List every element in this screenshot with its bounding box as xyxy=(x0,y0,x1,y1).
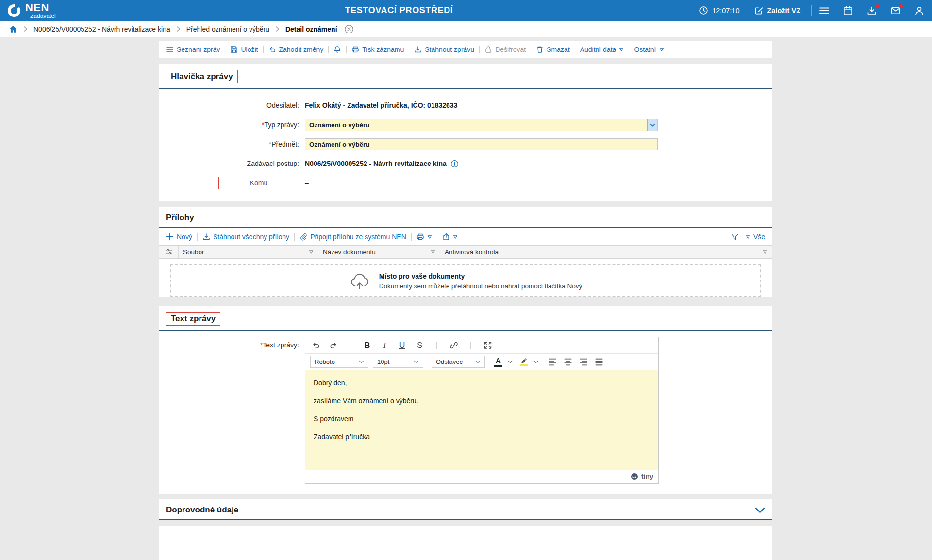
messages-badge xyxy=(899,4,903,8)
strikethrough-button[interactable]: S xyxy=(414,340,425,351)
download-all-attachments-button[interactable]: Stáhnout všechny přílohy xyxy=(202,233,289,241)
expand-section-icon[interactable] xyxy=(755,507,765,513)
sender-row: Odesílatel: Felix Okátý - Zadavatel přír… xyxy=(159,96,772,115)
highlight-color-menu-icon[interactable] xyxy=(533,360,538,363)
printer-icon xyxy=(351,46,359,53)
export-attachments-button[interactable] xyxy=(442,233,458,241)
message-text-input[interactable]: Dobrý den, zasíláme Vám oznámení o výběr… xyxy=(305,370,658,470)
editor-toolbar-row2: Roboto 10pt Odstavec A xyxy=(305,354,658,370)
downloads-icon[interactable] xyxy=(867,6,877,16)
list-icon xyxy=(166,46,174,53)
close-tab-icon[interactable] xyxy=(344,24,354,34)
redo-icon[interactable] xyxy=(328,340,339,351)
download-message-button[interactable]: Stáhnout zprávu xyxy=(414,46,474,53)
breadcrumb-item-current: Detail oznámení xyxy=(285,25,337,33)
bold-button[interactable]: B xyxy=(362,340,373,351)
message-text-section: Text zprávy *Text zprávy: B I U S xyxy=(159,306,772,494)
italic-button[interactable]: I xyxy=(379,340,390,351)
editor-divider xyxy=(470,342,471,349)
notification-bell-button[interactable] xyxy=(333,46,341,53)
toolbar-divider xyxy=(197,233,198,241)
text-color-menu-icon[interactable] xyxy=(508,360,513,363)
audit-data-menu[interactable]: Auditní data xyxy=(580,46,624,53)
home-icon[interactable] xyxy=(9,25,17,33)
align-right-icon[interactable] xyxy=(578,356,589,367)
cloud-upload-icon xyxy=(349,273,370,290)
column-header-document-name[interactable]: Název dokumentu xyxy=(318,246,440,258)
subject-label: *Předmět: xyxy=(159,140,305,148)
align-center-icon[interactable] xyxy=(562,356,573,367)
print-attachments-button[interactable] xyxy=(416,233,432,241)
procedure-row: Zadávací postup: N006/25/V00005252 - Náv… xyxy=(159,154,772,173)
nen-logo-icon xyxy=(7,3,21,18)
undo-icon[interactable] xyxy=(310,340,321,351)
rich-text-editor: B I U S Roboto 10pt xyxy=(305,337,659,484)
column-header-file[interactable]: Soubor xyxy=(179,246,318,258)
user-icon[interactable] xyxy=(915,6,924,16)
triangle-down-icon xyxy=(763,249,767,254)
message-line: S pozdravem xyxy=(314,415,650,423)
file-dropzone[interactable]: Místo pro vaše dokumenty Dokumenty sem m… xyxy=(170,264,761,297)
highlight-color-button[interactable] xyxy=(519,358,529,366)
underline-button[interactable]: U xyxy=(397,340,408,351)
link-icon[interactable] xyxy=(448,340,459,351)
discard-changes-button[interactable]: Zahodit změny xyxy=(268,46,324,53)
editor-divider xyxy=(350,342,350,349)
other-menu[interactable]: Ostatní xyxy=(634,46,664,53)
attachments-table-header: Soubor Název dokumentu Antivirová kontro… xyxy=(159,245,772,259)
align-justify-icon[interactable] xyxy=(593,356,604,367)
table-settings-icon[interactable] xyxy=(159,246,179,258)
section-title-message-text: Text zprávy xyxy=(166,312,220,326)
message-list-button[interactable]: Seznam zpráv xyxy=(166,46,220,53)
main-content: Seznam zpráv Uložit Zahodit změny Tisk z… xyxy=(159,37,772,560)
print-record-button[interactable]: Tisk záznamu xyxy=(351,46,404,53)
message-line: Zadavatel příručka xyxy=(314,433,650,441)
sender-label: Odesílatel: xyxy=(159,101,305,109)
filter-icon[interactable] xyxy=(731,233,739,241)
message-line: Dobrý den, xyxy=(314,379,650,387)
triangle-down-icon xyxy=(619,47,624,52)
create-vz-button[interactable]: Založit VZ xyxy=(751,5,803,16)
attach-from-nen-button[interactable]: Připojit přílohu ze systému NEN xyxy=(300,233,406,241)
calendar-icon[interactable] xyxy=(843,6,853,16)
save-button[interactable]: Uložit xyxy=(230,46,258,53)
toolbar-divider xyxy=(328,46,329,53)
breadcrumb-item-overview[interactable]: Přehled oznámení o výběru xyxy=(186,25,269,33)
text-color-button[interactable]: A xyxy=(493,357,503,367)
font-family-select[interactable]: Roboto xyxy=(310,356,368,368)
info-icon[interactable] xyxy=(450,160,459,168)
chevron-right-icon xyxy=(23,26,28,32)
triangle-down-icon xyxy=(309,249,314,254)
delete-button[interactable]: Smazat xyxy=(536,46,569,53)
recipient-link[interactable]: Komu xyxy=(218,177,299,189)
plus-icon xyxy=(166,233,174,241)
align-left-icon[interactable] xyxy=(547,356,558,367)
toolbar-divider xyxy=(479,46,480,53)
subject-input[interactable]: Oznámení o výběru xyxy=(305,138,658,150)
font-size-select[interactable]: 10pt xyxy=(373,356,423,368)
breadcrumb-item-procedure[interactable]: N006/25/V00005252 - Návrh revitalizace k… xyxy=(33,25,170,33)
menu-icon[interactable] xyxy=(819,6,829,16)
editor-statusbar: tiny xyxy=(305,470,658,483)
column-header-antivirus[interactable]: Antivirová kontrola xyxy=(440,246,772,258)
section-title-accompanying-data: Doprovodné údaje xyxy=(166,505,238,515)
select-dropdown-icon[interactable] xyxy=(647,119,657,131)
show-all-filter-button[interactable]: Vše xyxy=(746,233,765,241)
message-type-select[interactable]: Oznámení o výběru xyxy=(305,119,658,131)
toolbar-divider xyxy=(575,46,575,53)
message-line: zasíláme Vám oznámení o výběru. xyxy=(314,397,650,405)
triangle-down-icon xyxy=(659,47,664,52)
block-format-select[interactable]: Odstavec xyxy=(432,356,485,368)
messages-icon[interactable] xyxy=(891,6,900,16)
chevron-down-icon xyxy=(359,360,364,363)
new-attachment-button[interactable]: Nový xyxy=(166,233,192,241)
message-header-section: Hlavička zprávy Odesílatel: Felix Okátý … xyxy=(159,64,772,201)
triangle-down-icon xyxy=(427,234,432,239)
fullscreen-icon[interactable] xyxy=(482,340,493,351)
triangle-down-icon xyxy=(746,234,750,239)
editor-toolbar-row1: B I U S xyxy=(305,337,658,354)
downloads-badge xyxy=(876,4,879,8)
lock-icon xyxy=(484,46,492,53)
toolbar-divider xyxy=(629,46,629,53)
clock: 12:07:10 xyxy=(699,6,739,15)
